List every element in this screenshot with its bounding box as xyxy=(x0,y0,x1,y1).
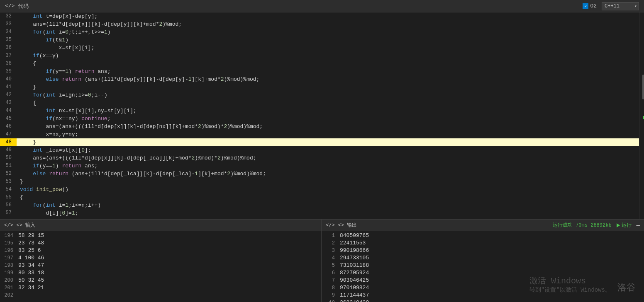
table-row: 42 for(int i=lgn;i>=0;i--) xyxy=(0,91,639,99)
line-content: else return (ans+(1ll*d[dep[_lca]][k]-d[… xyxy=(17,170,639,178)
line-content: if(t&1) xyxy=(17,36,639,44)
input-line-content: 58 29 15 xyxy=(17,232,44,239)
scroll-thumb xyxy=(642,75,644,99)
table-row: 56 for(int i=1;i<=n;i++) xyxy=(0,201,639,209)
line-number: 39 xyxy=(0,68,17,75)
checkbox-icon: ✓ xyxy=(583,3,588,9)
cpp-standard-select-wrapper[interactable]: C++11 C++14 C++17 C++20 xyxy=(602,2,639,10)
line-number: 42 xyxy=(0,91,17,99)
input-line-number: 195 xyxy=(0,239,17,247)
line-content: { xyxy=(17,99,639,107)
table-row: 54void init_pow() xyxy=(0,186,639,193)
line-content: for(int i=1;i<=n;i++) xyxy=(17,201,639,209)
line-content: x=st[x][i]; xyxy=(17,44,639,52)
table-row: 52 else return (ans+(1ll*d[dep[_lca]][k]… xyxy=(0,170,639,178)
line-number: 44 xyxy=(0,107,17,115)
output-line-content: 268340429 xyxy=(338,299,369,302)
code-table: 32 int t=dep[x]-dep[y];33 ans=(1ll*d[dep… xyxy=(0,12,639,217)
list-item: 8970109824 xyxy=(322,284,644,292)
line-content: int nx=st[x][i],ny=st[y][i]; xyxy=(17,107,639,115)
list-item: 19683 25 6 xyxy=(0,247,321,254)
list-item: 5731031188 xyxy=(322,262,644,269)
output-panel-content[interactable]: 1840509765222411553399019866642947331055… xyxy=(322,231,644,302)
line-content: for(int i=lgn;i>=0;i--) xyxy=(17,91,639,99)
table-row: 37 if(x==y) xyxy=(0,52,639,60)
input-line-number: 199 xyxy=(0,269,17,277)
line-number: 36 xyxy=(0,44,17,52)
o2-label: O2 xyxy=(590,3,597,9)
input-panel-icon: </> xyxy=(4,222,13,228)
output-header-right: 运行成功 70ms 28892kb 运行 — xyxy=(553,222,640,229)
table-row: 39 if(y==1) return ans; xyxy=(0,68,639,75)
line-number: 52 xyxy=(0,170,17,178)
line-number: 57 xyxy=(0,209,17,217)
output-line-content: 990198666 xyxy=(338,247,369,254)
bottom-area: </> <> 输入 19458 29 1519523 73 4819683 25… xyxy=(0,219,644,302)
line-number: 40 xyxy=(0,75,17,83)
output-line-number: 2 xyxy=(322,239,338,247)
table-row: 45 if(nx==ny) continue; xyxy=(0,115,639,123)
line-content: ans=(ans+(((1ll*d[dep[x]][k]-d[dep[nx]][… xyxy=(17,123,639,130)
table-row: 47 x=nx,y=ny; xyxy=(0,130,639,138)
line-number: 38 xyxy=(0,60,17,68)
table-row: 36 x=st[x][i]; xyxy=(0,44,639,52)
input-line-content xyxy=(17,292,18,299)
table-row: 53} xyxy=(0,178,639,186)
line-number: 50 xyxy=(0,154,17,162)
line-number: 49 xyxy=(0,146,17,154)
line-content: } xyxy=(17,83,639,91)
list-item: 20132 34 21 xyxy=(0,284,321,292)
output-line-number: 9 xyxy=(322,292,338,299)
line-content: int _lca=st[x][0]; xyxy=(17,146,639,154)
run-button[interactable]: 运行 xyxy=(617,222,632,229)
line-content: { xyxy=(17,193,639,201)
code-editor[interactable]: 32 int t=dep[x]-dep[y];33 ans=(1ll*d[dep… xyxy=(0,12,639,219)
list-item: 6872705924 xyxy=(322,269,644,277)
output-line-number: 1 xyxy=(322,232,338,239)
table-row: 57 d[i][0]=1; xyxy=(0,209,639,217)
line-number: 55 xyxy=(0,193,17,201)
line-number: 34 xyxy=(0,28,17,36)
main-area: 32 int t=dep[x]-dep[y];33 ans=(1ll*d[dep… xyxy=(0,12,644,219)
list-item: 3990198666 xyxy=(322,247,644,254)
table-row: 55{ xyxy=(0,193,639,201)
o2-checkbox[interactable]: ✓ O2 xyxy=(583,3,597,9)
line-content: } xyxy=(17,178,639,186)
output-line-content: 22411553 xyxy=(338,239,366,247)
input-panel-content[interactable]: 19458 29 1519523 73 4819683 25 61974 100… xyxy=(0,231,321,302)
output-line-number: 3 xyxy=(322,247,338,254)
toolbar-right: ✓ O2 C++11 C++14 C++17 C++20 xyxy=(583,2,639,10)
line-number: 37 xyxy=(0,52,17,60)
line-number: 48 xyxy=(0,138,17,146)
line-number: 45 xyxy=(0,115,17,123)
input-line-content: 93 34 47 xyxy=(17,262,44,269)
line-content: d[i][0]=1; xyxy=(17,209,639,217)
table-row: 51 if(y==1) return ans; xyxy=(0,162,639,170)
list-item: 222411553 xyxy=(322,239,644,247)
line-number: 54 xyxy=(0,186,17,193)
line-content: void init_pow() xyxy=(17,186,639,193)
output-line-content: 872705924 xyxy=(338,269,369,277)
input-line-number: 201 xyxy=(0,284,17,292)
table-row: 46 ans=(ans+(((1ll*d[dep[x]][k]-d[dep[nx… xyxy=(0,123,639,130)
line-content: for(int i=0;t;i++,t>>=1) xyxy=(17,28,639,36)
table-row: 32 int t=dep[x]-dep[y]; xyxy=(0,12,639,20)
table-row: 44 int nx=st[x][i],ny=st[y][i]; xyxy=(0,107,639,115)
list-item: 7903046425 xyxy=(322,277,644,284)
output-line-number: 5 xyxy=(322,262,338,269)
list-item: 19458 29 15 xyxy=(0,232,321,239)
output-line-content: 294733105 xyxy=(338,254,369,262)
list-item: 19523 73 48 xyxy=(0,239,321,247)
table-row: 38 { xyxy=(0,60,639,68)
input-line-content: 4 100 46 xyxy=(17,254,44,262)
table-row: 40 else return (ans+(1ll*d[dep[y]][k]-d[… xyxy=(0,75,639,83)
table-row: 50 ans=(ans+(((1ll*d[dep[x]][k]-d[dep[_l… xyxy=(0,154,639,162)
minimize-button[interactable]: — xyxy=(637,222,640,228)
toolbar-title-area: </> 代码 xyxy=(5,2,29,10)
list-item: 19980 33 18 xyxy=(0,269,321,277)
line-number: 43 xyxy=(0,99,17,107)
line-number: 56 xyxy=(0,201,17,209)
cpp-standard-select[interactable]: C++11 C++14 C++17 C++20 xyxy=(602,2,639,10)
output-line-number: 10 xyxy=(322,299,338,302)
input-panel-header: </> <> 输入 xyxy=(0,220,321,231)
